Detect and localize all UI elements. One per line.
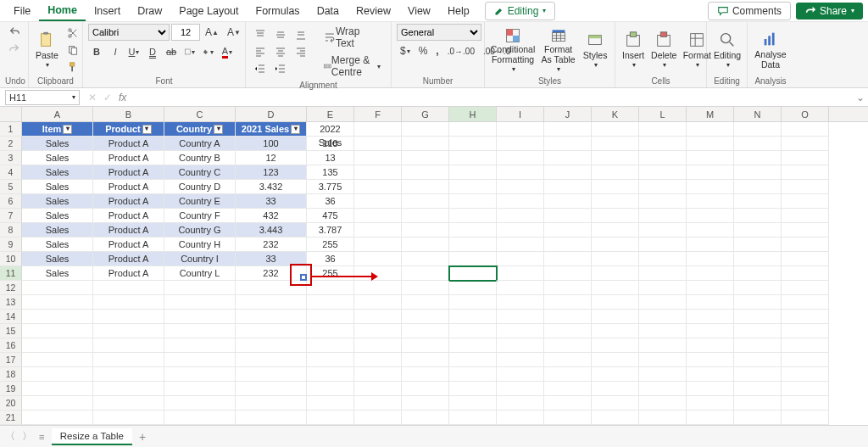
cell[interactable] <box>734 151 782 165</box>
cell[interactable] <box>734 223 782 237</box>
cell[interactable] <box>93 310 164 324</box>
cell[interactable] <box>497 223 544 237</box>
menu-item-review[interactable]: Review <box>348 2 399 20</box>
cell[interactable] <box>592 194 639 209</box>
cell[interactable] <box>592 310 639 324</box>
cell[interactable] <box>354 367 402 382</box>
italic-button[interactable]: I <box>107 44 124 59</box>
cell[interactable] <box>93 281 164 295</box>
cell[interactable] <box>307 411 354 425</box>
cell[interactable] <box>449 367 497 382</box>
cell[interactable] <box>734 367 782 382</box>
cell[interactable] <box>402 223 449 237</box>
cell[interactable] <box>687 180 734 194</box>
cell[interactable] <box>402 237 449 252</box>
cell[interactable]: 110 <box>307 137 354 151</box>
analyse-data-button[interactable]: Analyse Data <box>753 25 788 75</box>
cell[interactable] <box>687 151 734 165</box>
cell[interactable]: Country L <box>164 266 236 281</box>
cell[interactable] <box>687 367 734 382</box>
cell[interactable] <box>164 411 236 425</box>
cell[interactable] <box>639 223 687 237</box>
wrap-text-button[interactable]: Wrap Text <box>319 24 386 51</box>
cell[interactable] <box>782 223 829 237</box>
cell[interactable] <box>236 310 307 324</box>
cell[interactable]: Sales <box>22 180 93 194</box>
cell[interactable] <box>354 266 402 281</box>
cell[interactable] <box>544 367 592 382</box>
cell[interactable] <box>544 151 592 165</box>
cell[interactable] <box>687 165 734 180</box>
cell[interactable] <box>497 252 544 266</box>
cell[interactable] <box>782 411 829 425</box>
cell[interactable]: Country I <box>164 252 236 266</box>
cell[interactable]: 3.443 <box>236 223 307 237</box>
cell[interactable] <box>592 165 639 180</box>
cell[interactable] <box>687 122 734 137</box>
cell[interactable] <box>782 266 829 281</box>
cell[interactable]: Sales <box>22 209 93 223</box>
cell[interactable] <box>687 209 734 223</box>
cell[interactable] <box>544 396 592 411</box>
cell[interactable] <box>307 353 354 367</box>
cell[interactable] <box>449 353 497 367</box>
cell[interactable] <box>449 266 497 281</box>
cell[interactable] <box>639 209 687 223</box>
cell[interactable] <box>734 324 782 338</box>
formula-expand-button[interactable]: ⌄ <box>853 92 868 103</box>
cell[interactable] <box>687 338 734 353</box>
cell[interactable] <box>307 382 354 396</box>
cell[interactable] <box>22 367 93 382</box>
cell[interactable] <box>22 396 93 411</box>
column-header[interactable]: D <box>236 107 307 121</box>
cell[interactable] <box>782 396 829 411</box>
cell[interactable] <box>544 295 592 310</box>
cell[interactable] <box>402 382 449 396</box>
cell[interactable] <box>734 281 782 295</box>
comments-button[interactable]: Comments <box>708 2 791 20</box>
cell[interactable] <box>354 122 402 137</box>
cell[interactable]: Product A <box>93 194 164 209</box>
cell[interactable] <box>592 223 639 237</box>
cell[interactable] <box>402 266 449 281</box>
cell[interactable] <box>354 252 402 266</box>
cell[interactable] <box>782 281 829 295</box>
cell[interactable]: Sales <box>22 137 93 151</box>
cell[interactable]: Country H <box>164 237 236 252</box>
column-header[interactable]: N <box>734 107 782 121</box>
row-header[interactable]: 7 <box>0 209 22 223</box>
cell[interactable] <box>592 180 639 194</box>
cell[interactable] <box>687 237 734 252</box>
share-button[interactable]: Share ▾ <box>796 3 863 20</box>
table-resize-handle[interactable] <box>300 274 307 281</box>
cell[interactable] <box>687 281 734 295</box>
row-header[interactable]: 17 <box>0 353 22 367</box>
cell[interactable] <box>402 411 449 425</box>
cell[interactable] <box>354 223 402 237</box>
cell[interactable]: 100 <box>236 137 307 151</box>
cell[interactable] <box>402 396 449 411</box>
cell[interactable] <box>236 338 307 353</box>
cell[interactable] <box>687 324 734 338</box>
cell[interactable] <box>307 281 354 295</box>
cell[interactable] <box>402 165 449 180</box>
cell[interactable] <box>402 310 449 324</box>
copy-button[interactable] <box>64 42 82 58</box>
cell[interactable] <box>449 194 497 209</box>
cell[interactable] <box>544 411 592 425</box>
menu-item-home[interactable]: Home <box>39 1 86 21</box>
cell[interactable] <box>354 151 402 165</box>
cell[interactable] <box>592 411 639 425</box>
cell[interactable] <box>22 353 93 367</box>
cell[interactable]: Sales <box>22 237 93 252</box>
cell[interactable] <box>639 324 687 338</box>
fx-button[interactable]: fx <box>115 92 130 103</box>
cell[interactable]: Country G <box>164 223 236 237</box>
cell[interactable] <box>497 411 544 425</box>
cell[interactable] <box>22 338 93 353</box>
border-button[interactable]: ▾ <box>181 44 198 59</box>
cell[interactable] <box>544 180 592 194</box>
cell[interactable] <box>544 382 592 396</box>
cell[interactable]: 12 <box>236 151 307 165</box>
cell[interactable] <box>402 122 449 137</box>
